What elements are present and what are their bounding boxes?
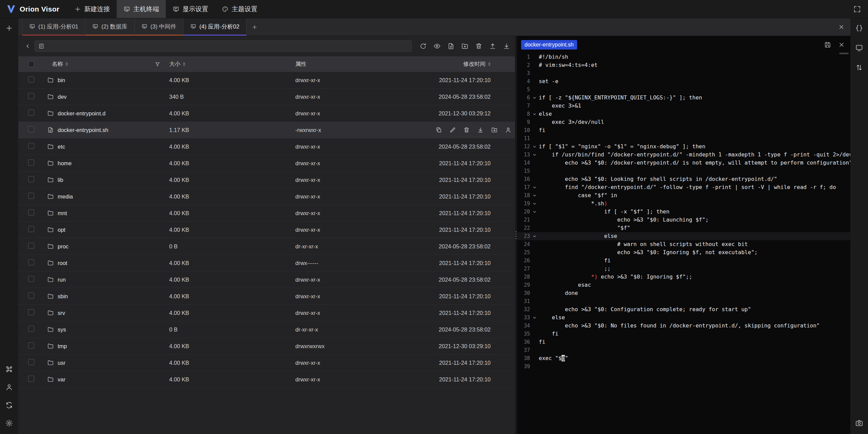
code-line[interactable]: 32 echo >&3 "$0: Configuration complete;…	[517, 305, 850, 314]
row-checkbox[interactable]	[28, 326, 34, 332]
filter-icon[interactable]	[155, 61, 160, 67]
fold-toggle-icon[interactable]	[530, 208, 539, 216]
row-checkbox[interactable]	[28, 176, 34, 182]
editor-close-icon[interactable]	[838, 41, 845, 48]
fullscreen-icon[interactable]	[851, 3, 863, 15]
add-tab-icon[interactable]	[246, 18, 263, 36]
move-icon[interactable]	[491, 127, 498, 133]
file-row[interactable]: var4.00 KBdrwxr-xr-x2021-11-24 17:20:10	[18, 371, 515, 388]
code-line[interactable]: 28 *) echo >&3 "$0: Ignoring $f";;	[517, 273, 850, 281]
session-tab-3[interactable]: (3) 中间件	[135, 18, 184, 36]
shortcut-keys-icon[interactable]	[3, 363, 15, 375]
fold-toggle-icon[interactable]	[530, 110, 539, 118]
code-line[interactable]: 7 exec 3>&1	[517, 102, 850, 110]
upload-icon[interactable]	[489, 42, 496, 50]
permission-icon[interactable]	[505, 127, 512, 133]
file-row[interactable]: tmp4.00 KBdrwxrwxrwx2021-12-30 03:29:10	[18, 338, 515, 355]
file-name[interactable]: usr	[58, 360, 65, 366]
session-tab-2[interactable]: (2) 数据库	[85, 18, 135, 36]
code-line[interactable]: 12if [ "$1" = "nginx" -o "$1" = "nginx-d…	[517, 143, 850, 151]
file-row[interactable]: media4.00 KBdrwxr-xr-x2021-11-24 17:20:1…	[18, 188, 515, 205]
file-name[interactable]: var	[58, 376, 65, 383]
code-line[interactable]: 21 echo >&3 "$0: Launching $f";	[517, 216, 850, 224]
file-row[interactable]: docker-entrypoint.sh1.17 KB-rwxrwxr-x	[18, 122, 515, 138]
file-name[interactable]: srv	[58, 310, 65, 316]
terminal-panel-icon[interactable]	[853, 42, 865, 54]
menu-item-theme-settings[interactable]: 主题设置	[215, 0, 264, 18]
show-hidden-icon[interactable]	[433, 42, 441, 50]
fold-toggle-icon[interactable]	[530, 200, 539, 208]
save-icon[interactable]	[824, 41, 831, 48]
menu-item-display-settings[interactable]: 显示设置	[166, 0, 215, 18]
fold-toggle-icon[interactable]	[530, 191, 539, 200]
transfer-list-icon[interactable]	[853, 62, 865, 73]
code-line[interactable]: 11	[517, 134, 850, 143]
code-line[interactable]: 16 echo >&3 "$0: Looking for shell scrip…	[517, 175, 850, 183]
file-name[interactable]: run	[58, 277, 66, 283]
file-name[interactable]: media	[58, 193, 73, 200]
path-list-icon[interactable]	[38, 43, 44, 49]
code-line[interactable]: 37	[517, 346, 850, 354]
fold-toggle-icon[interactable]	[530, 314, 539, 322]
row-checkbox[interactable]	[28, 76, 34, 82]
back-icon[interactable]	[22, 40, 33, 52]
code-line[interactable]: 39	[517, 362, 850, 371]
code-line[interactable]: 27 ;;	[517, 265, 850, 273]
fold-toggle-icon[interactable]	[530, 151, 539, 159]
file-row[interactable]: sbin4.00 KBdrwxr-xr-x2021-11-24 17:20:10	[18, 288, 515, 305]
file-row[interactable]: run4.00 KBdrwxr-xr-x2024-05-28 23:58:02	[18, 271, 515, 288]
file-name[interactable]: tmp	[58, 343, 67, 350]
code-line[interactable]: 30 done	[517, 289, 850, 297]
row-checkbox[interactable]	[28, 143, 34, 149]
row-checkbox[interactable]	[28, 376, 34, 382]
code-line[interactable]: 24 # warn on shell scripts without exec …	[517, 240, 850, 248]
file-name[interactable]: etc	[58, 144, 65, 150]
file-name[interactable]: mnt	[58, 210, 67, 216]
edit-icon[interactable]	[449, 127, 456, 133]
code-line[interactable]: 31	[517, 297, 850, 305]
code-line[interactable]: 13 if /usr/bin/find "/docker-entrypoint.…	[517, 151, 850, 159]
menu-item-new-connection[interactable]: 新建连接	[67, 0, 117, 18]
code-line[interactable]: 4set -e	[517, 77, 850, 86]
code-line[interactable]: 10fi	[517, 126, 850, 134]
session-tab-4[interactable]: (4) 应用-分析02	[183, 18, 246, 36]
file-row[interactable]: root4.00 KBdrwx------2021-11-24 17:20:10	[18, 255, 515, 271]
code-line[interactable]: 19 *.sh)	[517, 200, 850, 208]
code-line[interactable]: 33 else	[517, 314, 850, 322]
code-line[interactable]: 20 if [ -x "$f" ]; then	[517, 208, 850, 216]
session-tab-1[interactable]: (1) 应用-分析01	[22, 18, 85, 36]
path-bar[interactable]	[35, 40, 412, 52]
code-line[interactable]: 35 fi	[517, 330, 850, 338]
file-name[interactable]: dev	[58, 94, 67, 100]
new-connection-rail-icon[interactable]	[3, 22, 15, 34]
settings-icon[interactable]	[3, 417, 15, 429]
code-braces-icon[interactable]	[853, 22, 865, 34]
code-line[interactable]: 17 find "/docker-entrypoint.d/" -follow …	[517, 183, 850, 191]
fold-toggle-icon[interactable]	[530, 94, 539, 102]
sort-name-icon[interactable]	[65, 62, 68, 67]
new-file-icon[interactable]	[447, 42, 455, 50]
tabbar-close-icon[interactable]	[832, 18, 850, 36]
row-checkbox[interactable]	[28, 159, 34, 166]
fold-toggle-icon[interactable]	[530, 232, 539, 240]
code-line[interactable]: 1#!/bin/sh	[517, 53, 850, 61]
row-checkbox[interactable]	[28, 110, 34, 116]
file-row[interactable]: usr4.00 KBdrwxr-xr-x2021-11-24 17:20:10	[18, 355, 515, 371]
code-line[interactable]: 8else	[517, 110, 850, 118]
row-checkbox[interactable]	[28, 342, 34, 348]
file-row[interactable]: dev340 Bdrwxr-xr-x2024-05-28 23:58:02	[18, 89, 515, 105]
code-line[interactable]: 29 esac	[517, 281, 850, 289]
file-name[interactable]: docker-entrypoint.sh	[58, 127, 108, 133]
file-row[interactable]: proc0 Bdr-xr-xr-x2024-05-28 23:58:02	[18, 238, 515, 255]
refresh-icon[interactable]	[419, 42, 427, 50]
row-checkbox[interactable]	[28, 126, 34, 132]
fold-toggle-icon[interactable]	[530, 143, 539, 151]
download-icon[interactable]	[503, 42, 510, 50]
row-checkbox[interactable]	[28, 226, 34, 232]
copy-icon[interactable]	[435, 127, 442, 133]
code-line[interactable]: 34 echo >&3 "$0: No files found in /dock…	[517, 322, 850, 330]
sort-modified-icon[interactable]	[488, 62, 491, 67]
file-name[interactable]: docker-entrypoint.d	[58, 110, 105, 117]
file-row[interactable]: etc4.00 KBdrwxr-xr-x2024-05-28 23:58:02	[18, 138, 515, 155]
row-checkbox[interactable]	[28, 309, 34, 315]
